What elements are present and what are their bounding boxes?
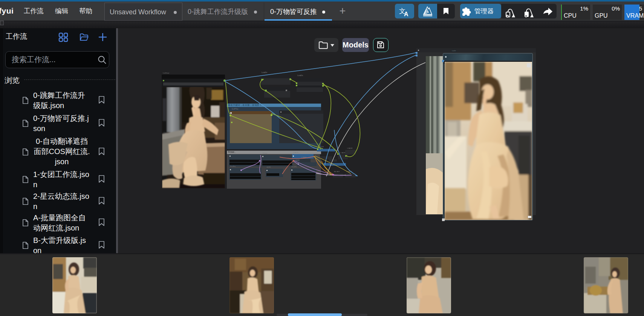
svg-text:A: A <box>404 11 408 17</box>
